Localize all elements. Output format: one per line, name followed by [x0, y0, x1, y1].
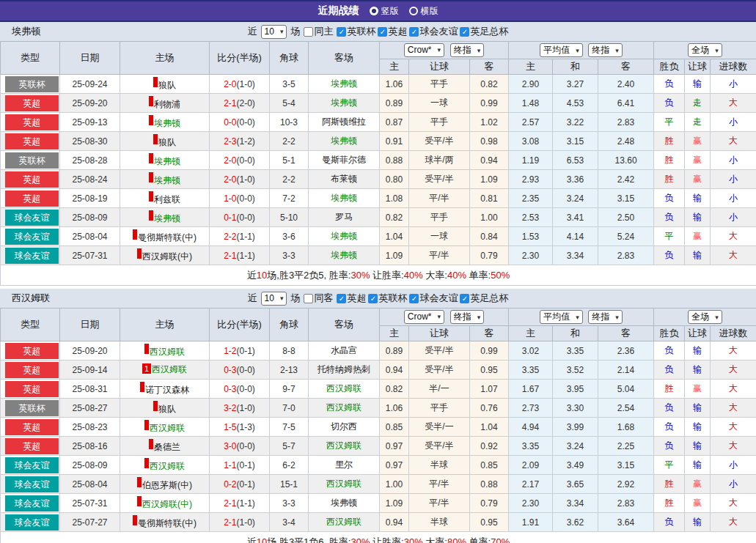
avg-source-select[interactable]: 平均值▾ [540, 310, 583, 324]
corner-count: 3-3 [270, 494, 309, 513]
league-filter[interactable]: ✓英足总杯 [460, 25, 508, 38]
league-filter[interactable]: ✓英联杯 [368, 292, 407, 305]
league-badge: 球会友谊 [5, 514, 59, 531]
scope-select[interactable]: 全场▾ [688, 310, 722, 324]
outcome-result: 胜 [654, 494, 685, 513]
league-badge: 球会友谊 [5, 248, 59, 264]
same-venue-filter[interactable]: 同主 [304, 25, 333, 38]
avg-draw-odds: 3.35 [553, 341, 598, 361]
league-checkbox[interactable]: ✓ [460, 294, 469, 303]
full-time-score: 2-2 [224, 232, 236, 242]
league-filter[interactable]: ✓英联杯 [337, 25, 375, 38]
away-team: 西汉姆联 [326, 517, 362, 527]
league-filter[interactable]: ✓英足总杯 [460, 292, 508, 305]
team-section: 埃弗顿 近 10▾ 场 同主 ✓英联杯✓英超✓球会友谊✓英足总杯 类型 日期 主… [0, 22, 756, 286]
outcome-result: 胜 [654, 475, 685, 494]
avg-draw-odds: 3.15 [553, 132, 598, 151]
away-team: 西汉姆联 [326, 479, 362, 489]
same-venue-checkbox[interactable] [304, 27, 313, 37]
half-time-score: (0-0) [237, 193, 255, 204]
team-name: 埃弗顿 [12, 25, 40, 38]
league-checkbox[interactable]: ✓ [460, 27, 469, 37]
odds-source-select[interactable]: Crow*▾ [404, 310, 444, 324]
outcome-result: 负 [654, 189, 685, 208]
col-header-date: 日期 [60, 309, 120, 341]
red-card-badge [144, 344, 149, 354]
league-badge: 英超 [5, 362, 59, 378]
red-card-badge [149, 172, 153, 182]
avg-draw-odds: 3.52 [553, 361, 598, 380]
corner-count: 2-2 [270, 132, 309, 151]
layout-radio-vertical[interactable] [370, 7, 378, 15]
crow-home-odds: 1.00 [380, 475, 409, 494]
home-team: 西汉姆联 [150, 423, 185, 433]
handicap-line: 受平/半 [409, 132, 470, 151]
crow-home-odds: 0.82 [380, 380, 409, 399]
crow-away-odds: 0.88 [470, 475, 509, 494]
handicap-result: 输 [685, 399, 711, 418]
same-venue-checkbox[interactable] [304, 294, 313, 303]
home-team: 西汉姆联(中) [142, 499, 192, 509]
corner-count: 3-6 [270, 227, 309, 246]
odds-source-select[interactable]: Crow*▾ [404, 43, 444, 57]
avg-away-odds: 6.41 [598, 94, 654, 113]
away-team: 西汉姆联 [326, 402, 362, 413]
chevron-down-icon: ▾ [438, 313, 441, 320]
crow-home-odds: 0.94 [380, 513, 409, 532]
crow-away-odds: 0.92 [470, 437, 509, 456]
handicap-line: 受平/半 [409, 341, 470, 361]
handicap-result: 走 [685, 113, 711, 132]
avg-stage-select[interactable]: 终指▾ [588, 310, 623, 324]
unit-label: 场 [290, 292, 300, 305]
avg-draw-odds: 3.30 [553, 399, 598, 418]
same-venue-filter[interactable]: 同客 [304, 292, 333, 305]
crow-home-odds: 0.80 [380, 170, 409, 189]
crow-home-odds: 0.97 [380, 437, 409, 456]
half-time-score: (0-1) [237, 479, 255, 490]
full-time-score: 2-1 [224, 517, 236, 528]
scope-select-cell: 全场▾ [654, 309, 756, 326]
away-team: 埃弗顿 [331, 231, 357, 241]
league-filter[interactable]: ✓球会友谊 [409, 292, 458, 305]
avg-source-select[interactable]: 平均值▾ [540, 43, 583, 57]
avg-draw-odds: 6.53 [553, 151, 598, 170]
away-team: 埃弗顿 [331, 78, 357, 89]
half-time-score: (0-0) [237, 384, 255, 394]
crow-away-odds: 0.82 [470, 75, 509, 94]
avg-stage-select[interactable]: 终指▾ [588, 43, 623, 57]
match-date: 25-08-19 [60, 189, 120, 208]
section-controls: 埃弗顿 近 10▾ 场 同主 ✓英联杯✓英超✓球会友谊✓英足总杯 [0, 22, 756, 41]
col-header-goals: 进球数 [711, 326, 756, 341]
league-badge: 英超 [5, 95, 59, 111]
col-header-crow-away: 客 [470, 326, 509, 341]
league-checkbox[interactable]: ✓ [409, 27, 419, 37]
layout-radio-horizontal-wrap[interactable]: 横版 [409, 5, 438, 18]
league-checkbox[interactable]: ✓ [368, 294, 378, 303]
outcome-result: 胜 [654, 170, 685, 189]
league-checkbox[interactable]: ✓ [337, 294, 346, 303]
avg-draw-odds: 3.34 [553, 246, 598, 265]
league-filter[interactable]: ✓英超 [378, 25, 407, 38]
match-date: 25-09-20 [60, 94, 120, 113]
league-filter[interactable]: ✓球会友谊 [409, 25, 458, 38]
crow-away-odds: 0.95 [470, 513, 509, 532]
full-time-score: 3-0 [224, 441, 236, 451]
league-checkbox[interactable]: ✓ [409, 294, 419, 303]
col-header-crow-away: 客 [470, 59, 509, 75]
layout-radio-horizontal[interactable] [409, 7, 418, 15]
odds-stage-select[interactable]: 终指▾ [450, 43, 485, 57]
match-count-select[interactable]: 10▾ [261, 292, 287, 306]
odds-stage-select[interactable]: 终指▾ [450, 310, 485, 324]
handicap-line: 平/半 [409, 189, 470, 208]
league-checkbox[interactable]: ✓ [378, 27, 387, 37]
crow-away-odds: 0.79 [470, 246, 509, 265]
crow-home-odds: 1.09 [380, 246, 409, 265]
league-filter[interactable]: ✓英超 [337, 292, 366, 305]
match-row: 英超 25-08-16 桑德兰 3-0(0-0) 5-7 西汉姆联 0.97 受… [1, 437, 756, 456]
league-checkbox[interactable]: ✓ [337, 27, 346, 37]
scope-select[interactable]: 全场▾ [688, 43, 722, 57]
avg-home-odds: 3.35 [509, 361, 553, 380]
match-count-select[interactable]: 10▾ [261, 25, 287, 39]
crow-away-odds: 0.84 [470, 227, 509, 246]
layout-radio-vertical-wrap[interactable]: 竖版 [370, 5, 399, 18]
